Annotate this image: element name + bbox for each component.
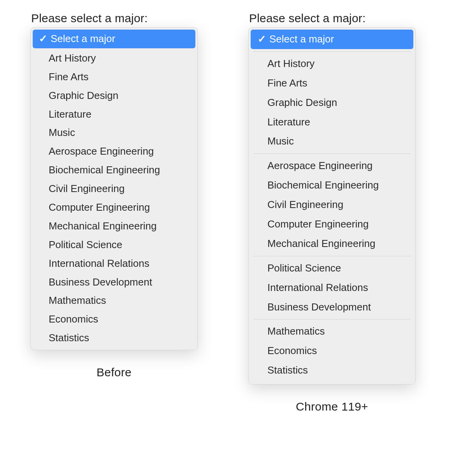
option-label: Biochemical Engineering xyxy=(267,180,408,191)
option[interactable]: ✓International Relations xyxy=(249,278,415,298)
option[interactable]: ✓Aerospace Engineering xyxy=(249,156,415,176)
option-label: Statistics xyxy=(267,365,408,376)
option-label: Fine Arts xyxy=(267,78,408,89)
option-label: Literature xyxy=(267,116,408,128)
option-label: Music xyxy=(267,136,408,147)
option-label: Mechanical Engineering xyxy=(49,220,191,232)
option-label: Art History xyxy=(49,53,191,64)
group-separator xyxy=(253,319,411,319)
option-label: Economics xyxy=(49,314,191,325)
option-label: Political Science xyxy=(49,239,191,251)
option-label: Mechanical Engineering xyxy=(267,238,408,250)
option[interactable]: ✓Economics xyxy=(31,310,197,329)
option-label: Business Development xyxy=(49,277,191,288)
option[interactable]: ✓Mechanical Engineering xyxy=(31,217,197,236)
option[interactable]: ✓Statistics xyxy=(249,361,415,380)
option[interactable]: ✓Mechanical Engineering xyxy=(249,234,415,254)
option-label: Civil Engineering xyxy=(267,199,408,211)
option[interactable]: ✓Mathematics xyxy=(31,291,197,310)
option-placeholder[interactable]: ✓ Select a major xyxy=(251,30,413,49)
option-label: Music xyxy=(49,127,191,139)
option[interactable]: ✓Political Science xyxy=(31,236,197,254)
after-column: Please select a major: ✓ Select a major … xyxy=(248,12,431,413)
option-label: Business Development xyxy=(267,301,408,313)
comparison-page: Please select a major: ✓ Select a major … xyxy=(0,0,469,476)
dropdown-after[interactable]: ✓ Select a major ✓Art History✓Fine Arts✓… xyxy=(248,27,416,384)
option[interactable]: ✓Music xyxy=(31,123,197,142)
caption-after: Chrome 119+ xyxy=(248,400,416,413)
option[interactable]: ✓Art History xyxy=(31,49,197,68)
group-separator xyxy=(253,256,411,256)
option[interactable]: ✓Literature xyxy=(249,113,415,132)
option-label: Graphic Design xyxy=(267,97,408,109)
option-placeholder[interactable]: ✓ Select a major xyxy=(33,30,195,48)
checkmark-icon: ✓ xyxy=(39,33,47,45)
option[interactable]: ✓Art History xyxy=(249,54,415,74)
option[interactable]: ✓Graphic Design xyxy=(31,86,197,105)
group-separator xyxy=(253,153,411,154)
option[interactable]: ✓Aerospace Engineering xyxy=(31,142,197,161)
option[interactable]: ✓Computer Engineering xyxy=(249,215,415,234)
select-label: Please select a major: xyxy=(249,12,366,25)
option[interactable]: ✓Mathematics xyxy=(249,322,415,341)
option[interactable]: ✓Civil Engineering xyxy=(249,195,415,215)
option-label: Aerospace Engineering xyxy=(267,160,408,172)
option-label: Biochemical Engineering xyxy=(49,164,191,176)
option-label: Fine Arts xyxy=(49,71,191,83)
option-label: Select a major xyxy=(269,33,406,45)
option-label: Civil Engineering xyxy=(49,183,191,195)
option-label: International Relations xyxy=(49,258,191,270)
option[interactable]: ✓Fine Arts xyxy=(249,74,415,93)
option-label: Computer Engineering xyxy=(267,219,408,230)
option[interactable]: ✓Graphic Design xyxy=(249,93,415,113)
option-label: International Relations xyxy=(267,282,408,294)
caption-before: Before xyxy=(30,366,198,379)
option[interactable]: ✓Literature xyxy=(31,105,197,124)
checkmark-icon: ✓ xyxy=(258,33,266,45)
option[interactable]: ✓Business Development xyxy=(31,273,197,292)
option-label: Mathematics xyxy=(267,326,408,337)
option-label: Art History xyxy=(267,58,408,70)
option[interactable]: ✓Biochemical Engineering xyxy=(249,176,415,195)
group-separator xyxy=(253,51,411,52)
option-label: Computer Engineering xyxy=(49,202,191,213)
option-label: Statistics xyxy=(49,332,191,344)
option-label: Aerospace Engineering xyxy=(49,146,191,157)
option[interactable]: ✓Music xyxy=(249,132,415,151)
option[interactable]: ✓Civil Engineering xyxy=(31,180,197,198)
option[interactable]: ✓Business Development xyxy=(249,298,415,317)
option-label: Political Science xyxy=(267,263,408,274)
option[interactable]: ✓Economics xyxy=(249,341,415,361)
option[interactable]: ✓Computer Engineering xyxy=(31,198,197,217)
option-label: Graphic Design xyxy=(49,90,191,102)
option-label: Select a major xyxy=(51,33,189,45)
option-label: Economics xyxy=(267,345,408,357)
option[interactable]: ✓Fine Arts xyxy=(31,68,197,86)
option[interactable]: ✓Biochemical Engineering xyxy=(31,161,197,180)
option[interactable]: ✓Statistics xyxy=(31,329,197,347)
option-label: Literature xyxy=(49,109,191,120)
before-column: Please select a major: ✓ Select a major … xyxy=(30,12,213,379)
option[interactable]: ✓International Relations xyxy=(31,254,197,273)
dropdown-before[interactable]: ✓ Select a major ✓Art History✓Fine Arts✓… xyxy=(30,27,198,350)
option-label: Mathematics xyxy=(49,295,191,307)
select-label: Please select a major: xyxy=(31,12,148,25)
option[interactable]: ✓Political Science xyxy=(249,259,415,278)
